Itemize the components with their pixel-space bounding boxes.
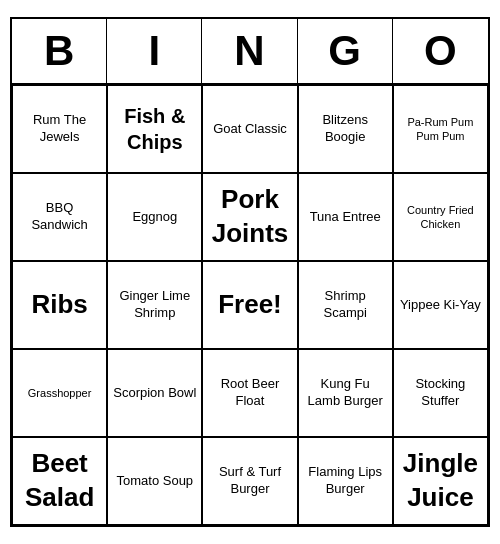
header-letter: B	[12, 19, 107, 83]
bingo-cell: Tomato Soup	[107, 437, 202, 525]
bingo-cell: Goat Classic	[202, 85, 297, 173]
bingo-cell: Beet Salad	[12, 437, 107, 525]
bingo-cell: Shrimp Scampi	[298, 261, 393, 349]
bingo-cell: Rum The Jewels	[12, 85, 107, 173]
bingo-cell: Jingle Juice	[393, 437, 488, 525]
bingo-cell: Scorpion Bowl	[107, 349, 202, 437]
bingo-cell: Blitzens Boogie	[298, 85, 393, 173]
bingo-cell: Pork Joints	[202, 173, 297, 261]
bingo-cell: Yippee Ki-Yay	[393, 261, 488, 349]
header-letter: I	[107, 19, 202, 83]
header-letter: O	[393, 19, 488, 83]
bingo-cell: Tuna Entree	[298, 173, 393, 261]
bingo-cell: Root Beer Float	[202, 349, 297, 437]
bingo-cell: Surf & Turf Burger	[202, 437, 297, 525]
header-letter: G	[298, 19, 393, 83]
bingo-cell: Ginger Lime Shrimp	[107, 261, 202, 349]
header-letter: N	[202, 19, 297, 83]
bingo-cell: BBQ Sandwich	[12, 173, 107, 261]
bingo-cell: Kung Fu Lamb Burger	[298, 349, 393, 437]
bingo-cell: Pa-Rum Pum Pum Pum	[393, 85, 488, 173]
bingo-cell: Eggnog	[107, 173, 202, 261]
bingo-cell: Grasshopper	[12, 349, 107, 437]
bingo-cell: Ribs	[12, 261, 107, 349]
bingo-card: BINGO Rum The JewelsFish & ChipsGoat Cla…	[10, 17, 490, 527]
bingo-grid: Rum The JewelsFish & ChipsGoat ClassicBl…	[12, 85, 488, 525]
bingo-header: BINGO	[12, 19, 488, 85]
bingo-cell: Free!	[202, 261, 297, 349]
bingo-cell: Flaming Lips Burger	[298, 437, 393, 525]
bingo-cell: Fish & Chips	[107, 85, 202, 173]
bingo-cell: Country Fried Chicken	[393, 173, 488, 261]
bingo-cell: Stocking Stuffer	[393, 349, 488, 437]
